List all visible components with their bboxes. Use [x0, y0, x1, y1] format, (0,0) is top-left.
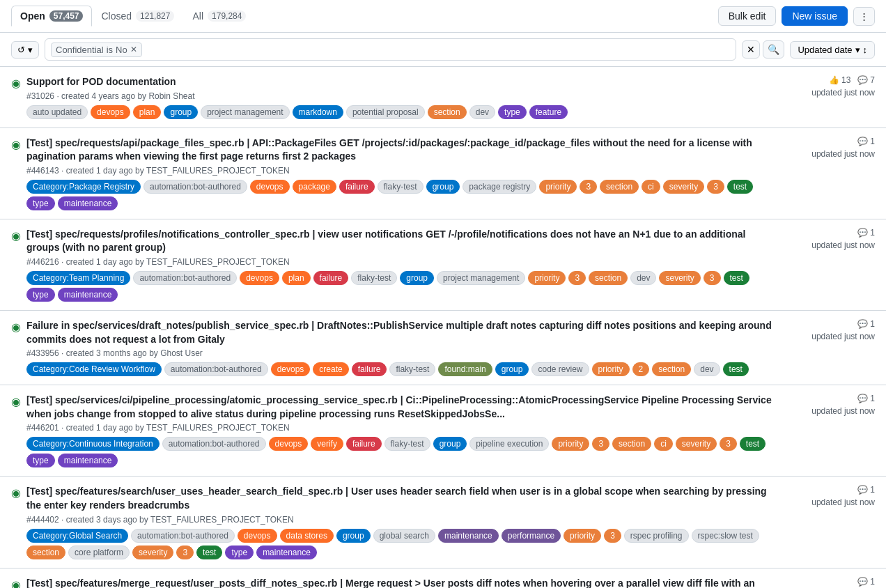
issue-label[interactable]: section [589, 271, 628, 285]
issue-label[interactable]: group [336, 529, 371, 543]
issue-label[interactable]: 3 [707, 180, 724, 194]
issue-label[interactable]: flaky-test [378, 180, 423, 194]
more-options-button[interactable]: ⋮ [853, 7, 875, 26]
issue-label[interactable]: rspec profiling [624, 529, 689, 543]
issue-title-link[interactable]: Support for POD documentation [26, 76, 176, 87]
issue-label[interactable]: verify [311, 437, 343, 451]
issue-label[interactable]: priority [564, 529, 601, 543]
issue-label[interactable]: auto updated [26, 105, 88, 119]
issue-label[interactable]: Category:Global Search [26, 529, 128, 543]
bulk-edit-button[interactable]: Bulk edit [718, 6, 777, 26]
issue-label[interactable]: project management [201, 105, 289, 119]
issue-title-link[interactable]: [Test] spec/requests/api/package_files_s… [26, 137, 752, 162]
issue-label[interactable]: potential proposal [346, 105, 425, 119]
issue-label[interactable]: 3 [580, 180, 597, 194]
issue-title-link[interactable]: [Test] spec/services/ci/pipeline_process… [26, 394, 772, 419]
issue-label[interactable]: group [164, 105, 198, 119]
issue-label[interactable]: ci [654, 437, 673, 451]
issue-label[interactable]: group [400, 271, 434, 285]
issue-label[interactable]: plan [133, 105, 162, 119]
issue-label[interactable]: devops [240, 271, 279, 285]
clear-filter-button[interactable]: ✕ [742, 40, 760, 59]
issue-label[interactable]: feature [529, 105, 568, 119]
issue-label[interactable]: flaky-test [351, 271, 397, 285]
issue-label[interactable]: section [26, 546, 65, 559]
issue-label[interactable]: Category:Continuous Integration [26, 437, 160, 451]
issue-label[interactable]: type [26, 196, 55, 210]
issue-label[interactable]: test [196, 546, 222, 559]
issue-label[interactable]: priority [552, 437, 589, 451]
issue-label[interactable]: test [740, 437, 765, 451]
issue-label[interactable]: type [498, 105, 527, 119]
issue-label[interactable]: priority [539, 180, 577, 194]
search-button[interactable]: 🔍 [763, 40, 784, 59]
issue-label[interactable]: package [293, 180, 336, 194]
issue-label[interactable]: 3 [592, 437, 609, 451]
issue-label[interactable]: create [313, 362, 348, 376]
issue-label[interactable]: severity [676, 437, 717, 451]
issue-label[interactable]: 3 [704, 271, 721, 285]
issue-label[interactable]: flaky-test [389, 362, 435, 376]
issue-label[interactable]: dev [694, 362, 720, 376]
issue-label[interactable]: ci [642, 180, 660, 194]
issue-label[interactable]: section [428, 105, 467, 119]
filter-input-area[interactable]: Confidential is No ✕ [45, 38, 736, 61]
issue-label[interactable]: test [727, 180, 753, 194]
issue-label[interactable]: test [723, 362, 749, 376]
issue-label[interactable]: priority [592, 362, 630, 376]
issue-label[interactable]: markdown [293, 105, 343, 119]
issue-label[interactable]: automation:bot-authored [143, 180, 247, 194]
issue-label[interactable]: test [724, 271, 749, 285]
issue-title-link[interactable]: Failure in spec/services/draft_notes/pub… [26, 320, 772, 345]
issue-label[interactable]: dev [630, 271, 656, 285]
tab-all[interactable]: All 179,284 [183, 6, 255, 26]
issue-label[interactable]: group [426, 180, 460, 194]
issue-label[interactable]: maintenance [256, 546, 317, 559]
issue-label[interactable]: failure [352, 362, 387, 376]
issue-label[interactable]: type [225, 546, 254, 559]
issue-label[interactable]: group [433, 437, 467, 451]
issue-label[interactable]: severity [132, 546, 173, 559]
issue-label[interactable]: Category:Code Review Workflow [26, 362, 162, 376]
tab-open[interactable]: Open 57,457 [11, 6, 92, 26]
issue-label[interactable]: automation:bot-authored [162, 437, 266, 451]
issue-label[interactable]: Category:Team Planning [26, 271, 130, 285]
issue-label[interactable]: failure [346, 437, 382, 451]
new-issue-button[interactable]: New issue [782, 6, 848, 26]
issue-label[interactable]: package registry [463, 180, 536, 194]
issue-label[interactable]: project management [437, 271, 525, 285]
issue-label[interactable]: global search [373, 529, 435, 543]
issue-label[interactable]: 2 [632, 362, 650, 376]
issue-label[interactable]: failure [339, 180, 375, 194]
issue-label[interactable]: core platform [68, 546, 130, 559]
issue-label[interactable]: devops [271, 362, 311, 376]
issue-label[interactable]: automation:bot-authored [164, 362, 268, 376]
issue-label[interactable]: maintenance [58, 196, 118, 210]
issue-label[interactable]: code review [531, 362, 589, 376]
sort-button[interactable]: Updated date ▾ ↕ [790, 41, 875, 59]
issue-label[interactable]: found:main [438, 362, 492, 376]
issue-label[interactable]: 3 [604, 529, 621, 543]
issue-label[interactable]: automation:bot-authored [133, 271, 237, 285]
issue-label[interactable]: rspec:slow test [692, 529, 759, 543]
issue-label[interactable]: group [495, 362, 529, 376]
issue-label[interactable]: maintenance [58, 454, 118, 467]
issue-label[interactable]: 3 [568, 271, 586, 285]
issue-label[interactable]: priority [528, 271, 566, 285]
issue-label[interactable]: devops [91, 105, 130, 119]
issue-label[interactable]: automation:bot-authored [131, 529, 235, 543]
issue-label[interactable]: maintenance [438, 529, 499, 543]
issue-label[interactable]: section [612, 437, 651, 451]
issue-label[interactable]: section [600, 180, 639, 194]
issue-label[interactable]: severity [659, 271, 700, 285]
issue-label[interactable]: 3 [720, 437, 737, 451]
issue-title-link[interactable]: [Test] spec/features/merge_request/user_… [26, 578, 755, 588]
issue-label[interactable]: pipeline execution [469, 437, 549, 451]
filter-remove-button[interactable]: ✕ [130, 45, 137, 54]
issue-label[interactable]: devops [250, 180, 290, 194]
issue-label[interactable]: type [26, 288, 55, 302]
issue-label[interactable]: Category:Package Registry [26, 180, 141, 194]
issue-label[interactable]: section [652, 362, 691, 376]
issue-label[interactable]: dev [469, 105, 495, 119]
issue-label[interactable]: plan [282, 271, 311, 285]
